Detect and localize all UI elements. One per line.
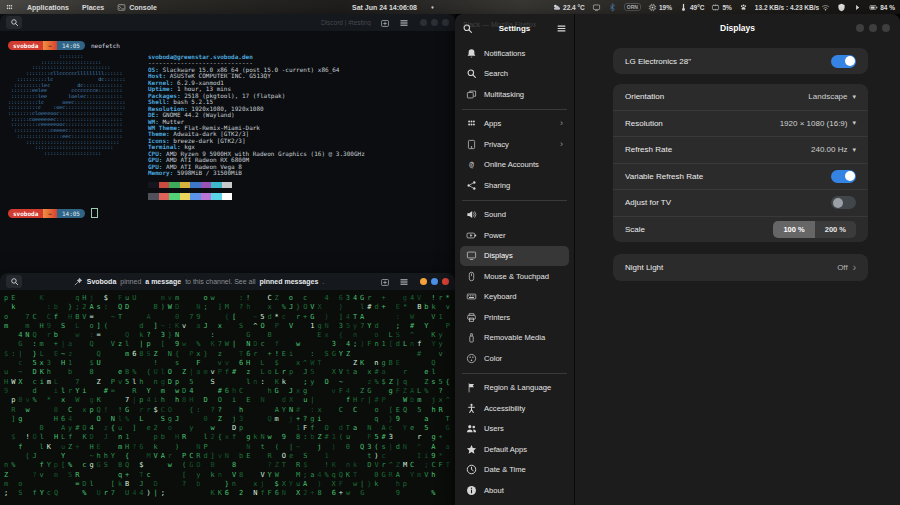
prompt-time: 14:05 xyxy=(57,41,85,50)
window-controls xyxy=(420,19,449,26)
indicator-badge[interactable]: ORN xyxy=(624,3,641,11)
sidebar-item-region-language[interactable]: Region & Language xyxy=(460,378,569,399)
sidebar-item-sharing[interactable]: Sharing xyxy=(460,175,569,196)
launcher-apps-grid-icon[interactable] xyxy=(5,3,14,12)
indicator-tray-app[interactable] xyxy=(739,3,748,12)
new-tab-icon[interactable] xyxy=(380,18,390,28)
display-row-lg-electronics[interactable]: LG Electronics 28" xyxy=(613,48,868,74)
sidebar-item-displays[interactable]: Displays xyxy=(460,246,569,267)
sidebar-item-online-accounts[interactable]: @Online Accounts xyxy=(460,155,569,176)
window-button[interactable] xyxy=(431,278,438,285)
neofetch-output: :::::::: :::::::::::::::::::: ::::::::::… xyxy=(8,54,455,200)
page-title: Displays xyxy=(720,23,755,33)
palette-swatch xyxy=(211,182,222,189)
settings-row-refresh-rate[interactable]: Refresh Rate240.00 Hz▾ xyxy=(613,136,868,163)
sidebar-item-removable-media[interactable]: Removable Media xyxy=(460,328,569,349)
pinned-message-text: . xyxy=(322,278,324,285)
settings-row-scale[interactable]: Scale100 %200 % xyxy=(613,216,868,243)
sidebar-item-sound[interactable]: Sound xyxy=(460,205,569,226)
sidebar-item-mouse-touchpad[interactable]: Mouse & Touchpad xyxy=(460,266,569,287)
indicator-text: 22.4 °C xyxy=(563,4,585,11)
keyboard-icon xyxy=(466,291,477,302)
terminal-search-button[interactable] xyxy=(6,275,22,288)
settings-row-resolution[interactable]: Resolution1920 × 1080 (16:9)▾ xyxy=(613,110,868,137)
background-window-title: Discord | #testing xyxy=(321,19,371,26)
clock[interactable]: Sat Jun 24 14:06:08 xyxy=(352,0,436,14)
menu-applications[interactable]: Applications xyxy=(27,4,69,11)
sidebar-item-label: Printers xyxy=(484,313,510,322)
sidebar-separator xyxy=(462,200,567,201)
indicator-display[interactable] xyxy=(592,3,601,12)
sidebar-item-keyboard[interactable]: Keyboard xyxy=(460,287,569,308)
indicator-battery[interactable]: 84 % xyxy=(869,3,895,12)
search-icon xyxy=(466,68,477,79)
sidebar-item-privacy[interactable]: Privacy› xyxy=(460,134,569,155)
color-icon xyxy=(466,353,477,364)
terminal-search-button[interactable] xyxy=(6,16,22,29)
adjust-for-tv-toggle[interactable] xyxy=(831,196,856,209)
search-icon xyxy=(10,18,19,27)
sidebar-item-search[interactable]: Search xyxy=(460,64,569,85)
window-button[interactable] xyxy=(856,24,864,32)
sidebar-item-color[interactable]: Color xyxy=(460,348,569,369)
window-button[interactable] xyxy=(442,19,449,26)
sidebar-item-accessibility[interactable]: Accessibility xyxy=(460,398,569,419)
shell-prompt[interactable]: svoboda ~ 14:05 xyxy=(8,209,455,218)
night-light-row[interactable]: Night Light Off › xyxy=(613,254,868,281)
terminal1-content: svoboda ~ 14:05 neofetch :::::::: ::::::… xyxy=(0,31,455,218)
settings-search-icon[interactable] xyxy=(462,23,473,34)
window-button[interactable] xyxy=(869,24,877,32)
sidebar-item-date-time[interactable]: Date & Time xyxy=(460,460,569,481)
indicator-bluetooth[interactable] xyxy=(608,3,617,12)
sidebar-item-about[interactable]: About xyxy=(460,480,569,501)
info-icon xyxy=(466,485,477,496)
indicator-temperature[interactable]: 49°C xyxy=(679,3,705,12)
settings-row-orientation[interactable]: OrientationLandscape▾ xyxy=(613,84,868,110)
settings-row-adjust-for-tv[interactable]: Adjust for TV xyxy=(613,189,868,216)
pin-icon xyxy=(74,277,83,286)
scale-option-200[interactable]: 200 % xyxy=(815,221,856,238)
svg-text:@: @ xyxy=(469,160,474,169)
menu-console[interactable]: Console xyxy=(117,3,157,12)
sidebar-item-multitasking[interactable]: Multitasking xyxy=(460,84,569,105)
sidebar-item-label: Mouse & Touchpad xyxy=(484,272,549,281)
settings-content: Displays LG Electronics 28" OrientationL… xyxy=(575,14,900,505)
variable-refresh-rate-toggle[interactable] xyxy=(831,170,856,183)
window-button[interactable] xyxy=(420,278,427,285)
sidebar-item-users[interactable]: Users xyxy=(460,419,569,440)
sidebar-item-notifications[interactable]: Notifications xyxy=(460,43,569,64)
hamburger-menu-icon[interactable] xyxy=(399,18,409,28)
indicator-memory[interactable]: 5% xyxy=(711,3,731,12)
neofetch-info-line: Memory: 5998MiB / 31500MiB xyxy=(148,170,365,176)
indicator-vpn-shield[interactable] xyxy=(837,3,846,12)
settings-row-variable-refresh-rate[interactable]: Variable Refresh Rate xyxy=(613,163,868,190)
prompt-time: 14:05 xyxy=(57,209,85,218)
indicator-weather[interactable]: 22.4 °C xyxy=(552,3,585,12)
window-button[interactable] xyxy=(431,19,438,26)
sidebar-item-label: Privacy xyxy=(484,140,509,149)
window-button[interactable] xyxy=(420,19,427,26)
sidebar-item-apps[interactable]: Apps› xyxy=(460,114,569,135)
hamburger-menu-icon[interactable] xyxy=(556,23,567,34)
indicator-caret[interactable] xyxy=(853,3,862,12)
scale-option-100[interactable]: 100 % xyxy=(773,221,814,238)
sidebar-item-default-apps[interactable]: Default Apps xyxy=(460,439,569,460)
window-button[interactable] xyxy=(442,278,449,285)
display-enable-toggle[interactable] xyxy=(831,55,856,68)
sidebar-item-printers[interactable]: Printers xyxy=(460,307,569,328)
hamburger-menu-icon[interactable] xyxy=(399,277,409,287)
row-label: Adjust for TV xyxy=(625,198,671,207)
indicator-network[interactable]: 13.2 KB/s : 4.23 KB/s xyxy=(755,3,830,12)
palette-swatch xyxy=(222,193,233,200)
menu-console-label: Console xyxy=(129,4,157,11)
menu-places[interactable]: Places xyxy=(82,4,104,11)
sidebar-item-label: Default Apps xyxy=(484,445,527,454)
window-button[interactable] xyxy=(882,24,890,32)
terminal-color-palette-row1 xyxy=(148,182,365,189)
indicator-cpu[interactable]: 19% xyxy=(648,3,672,12)
sidebar-item-power[interactable]: Power xyxy=(460,225,569,246)
chevron-right-icon: › xyxy=(560,140,563,149)
flag-icon xyxy=(466,382,477,393)
prompt-command: neofetch xyxy=(91,42,120,49)
new-tab-icon[interactable] xyxy=(380,277,390,287)
